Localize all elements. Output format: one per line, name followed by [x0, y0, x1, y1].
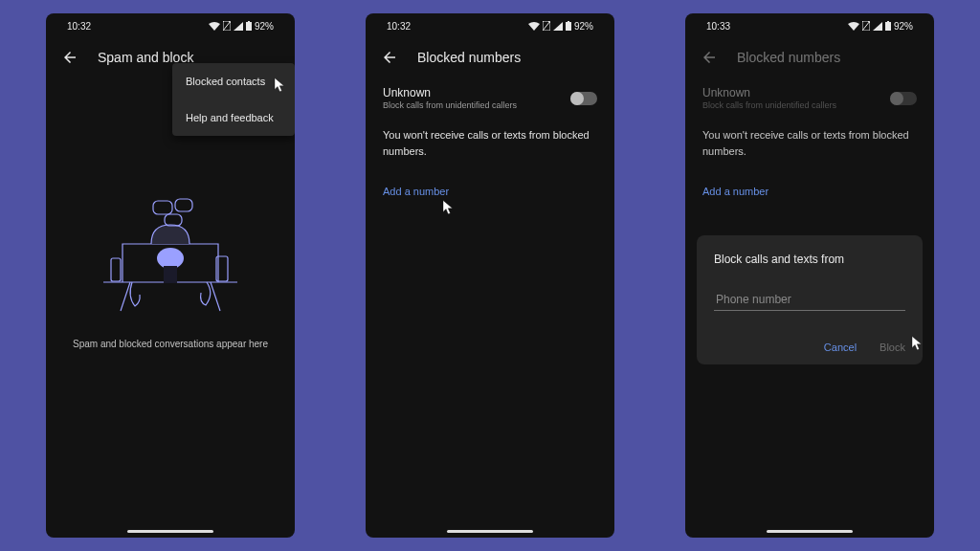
- menu-blocked-contacts[interactable]: Blocked contacts: [172, 63, 295, 99]
- home-indicator[interactable]: [127, 530, 213, 533]
- svg-rect-9: [175, 199, 192, 211]
- wifi-icon: [528, 22, 540, 31]
- status-icons: 92%: [848, 21, 913, 32]
- no-sim-icon: [223, 21, 231, 31]
- back-icon[interactable]: [701, 49, 718, 66]
- setting-subtitle: Block calls from unidentified callers: [383, 100, 570, 110]
- overflow-menu: Blocked contacts Help and feedback: [172, 63, 295, 136]
- svg-rect-2: [248, 21, 250, 22]
- setting-text: Unknown Block calls from unidentified ca…: [383, 86, 570, 110]
- setting-subtitle: Block calls from unidentified callers: [702, 100, 890, 110]
- status-time: 10:32: [67, 21, 91, 32]
- status-time: 10:32: [387, 21, 411, 32]
- unknown-callers-row: Unknown Block calls from unidentified ca…: [685, 77, 934, 116]
- cursor-icon: [440, 199, 457, 216]
- home-indicator[interactable]: [767, 530, 853, 533]
- battery-icon: [566, 21, 571, 31]
- svg-rect-7: [164, 266, 177, 283]
- svg-point-6: [157, 248, 184, 269]
- setting-title: Unknown: [383, 86, 570, 99]
- svg-line-4: [121, 282, 130, 311]
- signal-icon: [234, 22, 243, 31]
- svg-line-13: [543, 21, 550, 31]
- battery-icon: [246, 21, 252, 31]
- status-bar: 10:32 92%: [46, 13, 295, 38]
- battery-icon: [885, 21, 891, 31]
- status-icons: 92%: [209, 21, 274, 32]
- svg-rect-14: [566, 22, 571, 31]
- dialog-actions: Cancel Block: [714, 342, 905, 353]
- svg-rect-11: [111, 258, 121, 281]
- no-sim-icon: [543, 21, 550, 31]
- svg-rect-8: [153, 201, 172, 214]
- cancel-button[interactable]: Cancel: [824, 342, 857, 353]
- signal-icon: [553, 22, 563, 31]
- dialog-title: Block calls and texts from: [714, 253, 905, 266]
- blocked-info-text: You won't receive calls or texts from bl…: [366, 116, 614, 159]
- battery-text: 92%: [894, 21, 913, 32]
- wifi-icon: [209, 22, 220, 31]
- signal-icon: [873, 22, 882, 31]
- svg-rect-10: [165, 214, 182, 226]
- phone-screen-3: 10:33 92% Blocked numbers Unknown Block …: [685, 13, 934, 538]
- unknown-toggle[interactable]: [570, 92, 597, 105]
- back-icon[interactable]: [381, 49, 398, 66]
- svg-rect-1: [246, 22, 252, 31]
- add-number-link[interactable]: Add a number: [685, 159, 934, 197]
- svg-rect-15: [568, 21, 569, 22]
- battery-text: 92%: [574, 21, 593, 32]
- setting-title: Unknown: [702, 86, 890, 99]
- phone-screen-1: 10:32 92% Spam and block Blocked contact…: [46, 13, 295, 538]
- unknown-toggle: [890, 92, 917, 105]
- block-button[interactable]: Block: [880, 342, 905, 353]
- add-number-link[interactable]: Add a number: [366, 159, 614, 197]
- svg-rect-18: [887, 21, 889, 22]
- status-icons: 92%: [528, 21, 593, 32]
- svg-line-5: [211, 282, 220, 311]
- setting-text: Unknown Block calls from unidentified ca…: [702, 86, 890, 110]
- no-sim-icon: [862, 21, 870, 31]
- app-header: Blocked numbers: [366, 38, 614, 77]
- page-title: Blocked numbers: [737, 50, 840, 65]
- phone-screen-2: 10:32 92% Blocked numbers Unknown Block …: [366, 13, 614, 538]
- wifi-icon: [848, 22, 859, 31]
- blocked-info-text: You won't receive calls or texts from bl…: [685, 116, 934, 159]
- empty-text: Spam and blocked conversations appear he…: [73, 339, 268, 349]
- svg-line-0: [223, 21, 231, 31]
- app-header: Blocked numbers: [685, 38, 934, 77]
- block-dialog: Block calls and texts from Cancel Block: [697, 235, 923, 364]
- empty-illustration-icon: [94, 191, 247, 316]
- svg-line-16: [862, 21, 870, 31]
- svg-rect-17: [885, 22, 891, 31]
- back-icon[interactable]: [61, 49, 78, 66]
- status-bar: 10:32 92%: [366, 13, 614, 38]
- phone-number-input[interactable]: [714, 289, 905, 311]
- menu-help-feedback[interactable]: Help and feedback: [172, 99, 295, 136]
- home-indicator[interactable]: [447, 530, 533, 533]
- empty-state: Spam and blocked conversations appear he…: [46, 191, 295, 349]
- status-bar: 10:33 92%: [685, 13, 934, 38]
- unknown-callers-row[interactable]: Unknown Block calls from unidentified ca…: [366, 77, 614, 116]
- page-title: Blocked numbers: [417, 50, 521, 65]
- status-time: 10:33: [706, 21, 730, 32]
- battery-text: 92%: [255, 21, 274, 32]
